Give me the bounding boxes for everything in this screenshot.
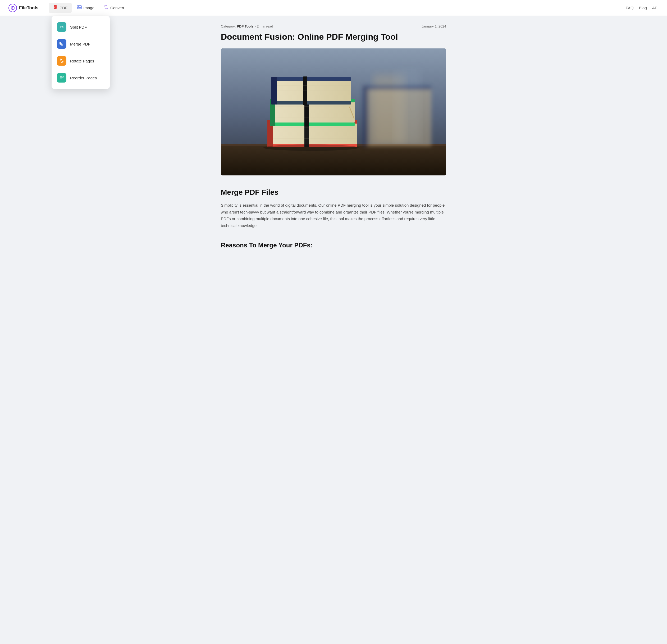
pdf-dropdown-menu: ✂ Split PDF Merge PDF Rotate Pages — [52, 16, 110, 89]
logo-icon — [9, 4, 17, 12]
article-title: Document Fusion: Online PDF Merging Tool — [221, 32, 446, 42]
section2-title: Reasons To Merge Your PDFs: — [221, 242, 446, 249]
svg-rect-5 — [54, 6, 56, 7]
svg-rect-12 — [60, 77, 62, 77]
svg-rect-7 — [77, 5, 81, 9]
svg-rect-13 — [60, 78, 64, 78]
reorder-pages-label: Reorder Pages — [70, 76, 97, 80]
rotate-pages-label: Rotate Pages — [70, 59, 94, 63]
split-pdf-label: Split PDF — [70, 25, 87, 29]
logo-text: FileTools — [19, 5, 38, 11]
hero-image — [221, 48, 446, 175]
nav-pdf-label: PDF — [60, 5, 67, 10]
svg-rect-4 — [54, 6, 56, 6]
convert-icon — [104, 5, 109, 11]
svg-rect-41 — [271, 77, 277, 104]
meta-read-time: 2 min read — [257, 25, 273, 28]
rotate-pages-icon — [57, 56, 66, 66]
section1-para: Simplicity is essential in the world of … — [221, 202, 446, 229]
nav-convert-label: Convert — [110, 5, 124, 10]
split-pdf-icon: ✂ — [57, 22, 66, 32]
svg-rect-31 — [270, 123, 355, 126]
svg-rect-11 — [61, 44, 63, 46]
logo[interactable]: FileTools — [9, 4, 38, 12]
section1-title: Merge PDF Files — [221, 188, 446, 197]
nav-faq[interactable]: FAQ — [626, 5, 634, 10]
meta-left: Category: PDF Tools - 2 min read — [221, 25, 273, 28]
merge-pdf-icon — [57, 39, 66, 49]
meta-separator: - — [255, 25, 256, 28]
reorder-pages-icon — [57, 73, 66, 83]
dropdown-item-merge-pdf[interactable]: Merge PDF — [52, 35, 110, 52]
svg-point-49 — [263, 144, 359, 151]
meta-category-name[interactable]: PDF Tools — [237, 25, 254, 28]
image-icon — [77, 5, 82, 11]
merge-pdf-label: Merge PDF — [70, 42, 91, 46]
svg-rect-40 — [271, 101, 351, 104]
svg-rect-46 — [362, 88, 432, 146]
dropdown-item-reorder-pages[interactable]: Reorder Pages — [52, 69, 110, 86]
meta-row: Category: PDF Tools - 2 min read January… — [221, 25, 446, 28]
nav-api[interactable]: API — [652, 5, 658, 10]
svg-rect-14 — [60, 79, 62, 79]
dropdown-item-split-pdf[interactable]: ✂ Split PDF — [52, 18, 110, 35]
nav-right: FAQ Blog API — [626, 5, 658, 10]
nav-links: PDF Image Convert — [49, 3, 625, 13]
nav-item-convert[interactable]: Convert — [100, 3, 129, 13]
dropdown-item-rotate-pages[interactable]: Rotate Pages — [52, 52, 110, 69]
nav-blog[interactable]: Blog — [639, 5, 647, 10]
svg-rect-6 — [54, 7, 55, 8]
nav-image-label: Image — [83, 5, 94, 10]
svg-rect-47 — [362, 85, 432, 90]
svg-rect-48 — [362, 85, 369, 147]
meta-date: January 1, 2024 — [422, 25, 446, 28]
navbar: FileTools PDF Image — [0, 0, 667, 16]
nav-item-image[interactable]: Image — [73, 3, 99, 13]
svg-rect-39 — [271, 77, 351, 81]
meta-category-prefix: Category: — [221, 25, 235, 28]
pdf-icon — [53, 5, 58, 11]
books-image — [221, 48, 446, 175]
page-content: Category: PDF Tools - 2 min read January… — [214, 16, 453, 269]
nav-item-pdf[interactable]: PDF — [49, 3, 72, 13]
svg-point-2 — [12, 7, 13, 9]
